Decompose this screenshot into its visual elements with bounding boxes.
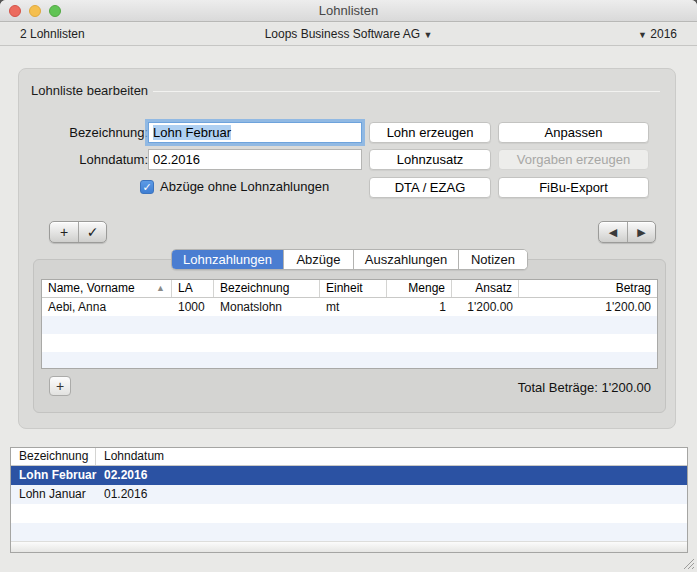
tab-abzuege[interactable]: Abzüge [283, 250, 353, 269]
confirm-record-button[interactable]: ✓ [78, 222, 106, 242]
record-nav-control: ◀ ▶ [598, 221, 656, 243]
cell-bezeichnung: Lohn Februar [11, 466, 96, 485]
cell-einheit: mt [320, 298, 387, 316]
column-label: Name, Vorname [48, 281, 135, 295]
chevron-down-icon: ▼ [638, 30, 647, 40]
next-record-button[interactable]: ▶ [627, 222, 655, 242]
list-item[interactable]: Lohn Januar 01.2016 [11, 485, 687, 504]
empty-table-row [42, 334, 657, 352]
empty-list-row [11, 504, 687, 523]
lohndatum-value: 02.2016 [153, 152, 200, 167]
chevron-down-icon: ▼ [423, 30, 432, 40]
positions-table-header: Name, Vorname▲ LA Bezeichnung Einheit Me… [42, 280, 657, 298]
cell-ansatz: 1'200.00 [452, 298, 519, 316]
window-title: Lohnlisten [0, 0, 697, 22]
resize-grip-icon[interactable] [682, 557, 695, 570]
previous-record-button[interactable]: ◀ [599, 222, 627, 242]
app-window: Lohnlisten 2 Lohnlisten Loops Business S… [0, 0, 697, 572]
fibu-export-button[interactable]: FiBu-Export [498, 177, 649, 198]
abzuege-checkbox-label: Abzüge ohne Lohnzahlungen [160, 179, 329, 195]
tab-auszahlungen[interactable]: Auszahlungen [353, 250, 458, 269]
lohnzusatz-button[interactable]: Lohnzusatz [369, 149, 491, 170]
edit-panel: Lohnliste bearbeiten Bezeichnung: Lohn F… [18, 68, 676, 429]
column-header-lohndatum[interactable]: Lohndatum [96, 448, 687, 465]
empty-list-row [11, 523, 687, 542]
column-header-bezeichnung[interactable]: Bezeichnung [11, 448, 96, 465]
dta-ezag-button[interactable]: DTA / EZAG [369, 177, 491, 198]
cell-lohndatum: 01.2016 [96, 485, 687, 504]
horizontal-scrollbar[interactable] [11, 541, 687, 552]
titlebar: Lohnlisten [0, 0, 697, 22]
tab-lohnzahlungen[interactable]: Lohnzahlungen [172, 250, 283, 269]
column-header-la[interactable]: LA [172, 280, 214, 297]
tab-notizen[interactable]: Notizen [458, 250, 527, 269]
list-item[interactable]: Lohn Februar 02.2016 [11, 466, 687, 485]
section-divider [153, 91, 660, 92]
list-header: Bezeichnung Lohndatum [11, 448, 687, 466]
cell-bezeichnung: Monatslohn [214, 298, 320, 316]
company-dropdown[interactable]: Loops Business Software AG ▼ [0, 23, 697, 47]
anpassen-button[interactable]: Anpassen [498, 122, 649, 143]
cell-betrag: 1'200.00 [519, 298, 657, 316]
column-header-einheit[interactable]: Einheit [320, 280, 387, 297]
column-header-bezeichnung[interactable]: Bezeichnung [214, 280, 320, 297]
column-header-betrag[interactable]: Betrag [519, 280, 657, 297]
section-title: Lohnliste bearbeiten [31, 83, 148, 98]
column-header-ansatz[interactable]: Ansatz [452, 280, 519, 297]
toolbar: 2 Lohnlisten Loops Business Software AG … [0, 23, 697, 46]
sort-ascending-icon: ▲ [156, 280, 165, 297]
bezeichnung-input[interactable]: Lohn Februar [148, 122, 362, 143]
column-header-name[interactable]: Name, Vorname▲ [42, 280, 172, 297]
abzuege-checkbox[interactable]: ✓ [140, 180, 154, 194]
add-position-button[interactable]: + [49, 376, 71, 396]
cell-menge: 1 [387, 298, 452, 316]
cell-name: Aebi, Anna [42, 298, 172, 316]
cell-bezeichnung: Lohn Januar [11, 485, 96, 504]
record-add-confirm-control: + ✓ [49, 221, 107, 243]
company-name: Loops Business Software AG [265, 27, 420, 41]
lohnlisten-list: Bezeichnung Lohndatum Lohn Februar 02.20… [10, 447, 688, 553]
empty-table-row [42, 352, 657, 369]
empty-table-row [42, 316, 657, 334]
add-record-button[interactable]: + [50, 222, 78, 242]
bezeichnung-label: Bezeichnung: [44, 122, 148, 143]
check-icon: ✓ [142, 181, 151, 193]
lohn-erzeugen-button[interactable]: Lohn erzeugen [369, 122, 491, 143]
total-amount: Total Beträge: 1'200.00 [518, 380, 651, 395]
column-header-menge[interactable]: Menge [387, 280, 452, 297]
detail-tabs: Lohnzahlungen Abzüge Auszahlungen Notize… [171, 249, 528, 270]
selected-text: Lohn Februar [153, 125, 231, 140]
positions-table: Name, Vorname▲ LA Bezeichnung Einheit Me… [41, 279, 658, 369]
table-row[interactable]: Aebi, Anna 1000 Monatslohn mt 1 1'200.00… [42, 298, 657, 316]
lohndatum-input[interactable]: 02.2016 [148, 149, 362, 170]
vorgaben-erzeugen-button: Vorgaben erzeugen [498, 149, 649, 170]
year-dropdown[interactable]: ▼ 2016 [638, 23, 677, 47]
lohndatum-label: Lohndatum: [44, 149, 148, 170]
cell-lohndatum: 02.2016 [96, 466, 687, 485]
year-value: 2016 [650, 27, 677, 41]
cell-la: 1000 [172, 298, 214, 316]
